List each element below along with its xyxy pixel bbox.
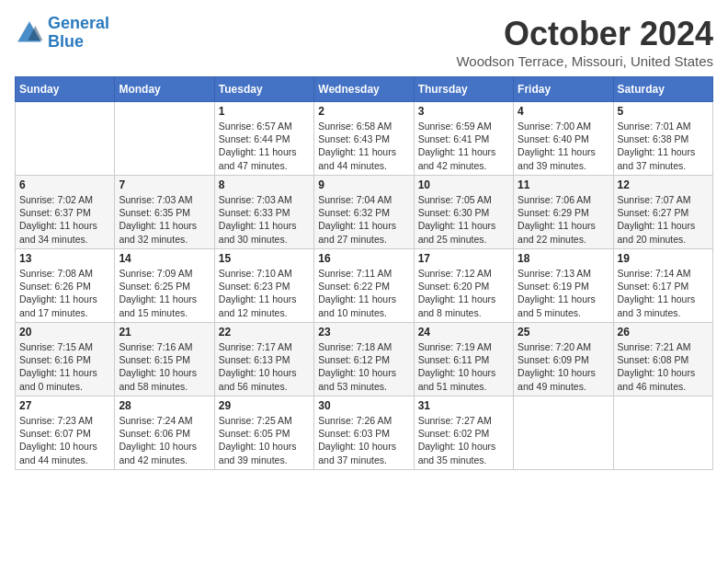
calendar-cell: 29Sunrise: 7:25 AMSunset: 6:05 PMDayligh… (214, 396, 313, 470)
calendar-cell: 17Sunrise: 7:12 AMSunset: 6:20 PMDayligh… (414, 249, 513, 323)
weekday-header: Monday (115, 77, 214, 102)
location: Woodson Terrace, Missouri, United States (456, 53, 713, 69)
calendar-cell: 10Sunrise: 7:05 AMSunset: 6:30 PMDayligh… (414, 176, 513, 249)
calendar-cell: 20Sunrise: 7:15 AMSunset: 6:16 PMDayligh… (16, 323, 115, 396)
month-title: October 2024 (456, 15, 713, 53)
calendar-cell: 27Sunrise: 7:23 AMSunset: 6:07 PMDayligh… (16, 396, 115, 470)
calendar-cell: 30Sunrise: 7:26 AMSunset: 6:03 PMDayligh… (314, 396, 414, 470)
day-number: 31 (418, 399, 509, 412)
calendar-cell (115, 102, 214, 176)
day-info: Sunrise: 7:24 AMSunset: 6:06 PMDaylight:… (119, 414, 210, 466)
calendar-cell: 9Sunrise: 7:04 AMSunset: 6:32 PMDaylight… (314, 176, 414, 249)
day-number: 20 (19, 326, 110, 339)
calendar-cell: 15Sunrise: 7:10 AMSunset: 6:23 PMDayligh… (214, 249, 313, 323)
logo-icon (15, 18, 44, 48)
day-info: Sunrise: 7:18 AMSunset: 6:12 PMDaylight:… (318, 340, 409, 393)
calendar-cell: 23Sunrise: 7:18 AMSunset: 6:12 PMDayligh… (314, 323, 414, 396)
day-info: Sunrise: 7:08 AMSunset: 6:26 PMDaylight:… (19, 267, 110, 319)
day-info: Sunrise: 7:03 AMSunset: 6:33 PMDaylight:… (219, 193, 310, 246)
day-info: Sunrise: 7:27 AMSunset: 6:02 PMDaylight:… (418, 414, 509, 466)
day-number: 24 (418, 326, 509, 339)
day-info: Sunrise: 6:59 AMSunset: 6:41 PMDaylight:… (418, 120, 509, 172)
day-number: 26 (618, 326, 709, 339)
weekday-header: Wednesday (314, 77, 414, 102)
day-info: Sunrise: 7:09 AMSunset: 6:25 PMDaylight:… (119, 267, 210, 319)
day-info: Sunrise: 7:10 AMSunset: 6:23 PMDaylight:… (219, 267, 310, 319)
day-info: Sunrise: 7:03 AMSunset: 6:35 PMDaylight:… (119, 193, 210, 246)
day-number: 15 (219, 252, 310, 265)
weekday-header: Sunday (16, 77, 115, 102)
day-number: 7 (119, 178, 210, 191)
calendar-cell: 19Sunrise: 7:14 AMSunset: 6:17 PMDayligh… (613, 249, 712, 323)
day-info: Sunrise: 7:25 AMSunset: 6:05 PMDaylight:… (219, 414, 310, 466)
weekday-header-row: SundayMondayTuesdayWednesdayThursdayFrid… (16, 77, 713, 102)
day-info: Sunrise: 7:13 AMSunset: 6:19 PMDaylight:… (518, 267, 609, 319)
day-info: Sunrise: 7:00 AMSunset: 6:40 PMDaylight:… (518, 120, 609, 172)
day-number: 3 (418, 105, 509, 118)
day-info: Sunrise: 7:06 AMSunset: 6:29 PMDaylight:… (518, 193, 609, 246)
calendar-cell (514, 396, 613, 470)
calendar-cell: 8Sunrise: 7:03 AMSunset: 6:33 PMDaylight… (214, 176, 313, 249)
day-number: 19 (618, 252, 709, 265)
day-number: 14 (119, 252, 210, 265)
calendar-cell: 4Sunrise: 7:00 AMSunset: 6:40 PMDaylight… (514, 102, 613, 176)
day-number: 1 (219, 105, 310, 118)
calendar-cell: 25Sunrise: 7:20 AMSunset: 6:09 PMDayligh… (514, 323, 613, 396)
calendar-cell: 11Sunrise: 7:06 AMSunset: 6:29 PMDayligh… (514, 176, 613, 249)
calendar-cell: 2Sunrise: 6:58 AMSunset: 6:43 PMDaylight… (314, 102, 414, 176)
day-info: Sunrise: 7:04 AMSunset: 6:32 PMDaylight:… (318, 193, 409, 246)
day-number: 22 (219, 326, 310, 339)
calendar-cell: 6Sunrise: 7:02 AMSunset: 6:37 PMDaylight… (16, 176, 115, 249)
logo-line1: General (48, 14, 109, 32)
day-number: 10 (418, 178, 509, 191)
day-number: 18 (518, 252, 609, 265)
day-number: 8 (219, 178, 310, 191)
logo-line2: Blue (48, 32, 84, 51)
calendar-cell: 5Sunrise: 7:01 AMSunset: 6:38 PMDaylight… (613, 102, 712, 176)
day-info: Sunrise: 7:02 AMSunset: 6:37 PMDaylight:… (19, 193, 110, 246)
day-number: 21 (119, 326, 210, 339)
day-info: Sunrise: 7:11 AMSunset: 6:22 PMDaylight:… (318, 267, 409, 319)
day-number: 27 (19, 399, 110, 412)
day-number: 23 (318, 326, 409, 339)
day-info: Sunrise: 7:12 AMSunset: 6:20 PMDaylight:… (418, 267, 509, 319)
calendar-cell: 7Sunrise: 7:03 AMSunset: 6:35 PMDaylight… (115, 176, 214, 249)
calendar-cell: 21Sunrise: 7:16 AMSunset: 6:15 PMDayligh… (115, 323, 214, 396)
calendar: SundayMondayTuesdayWednesdayThursdayFrid… (15, 76, 713, 470)
calendar-week-row: 1Sunrise: 6:57 AMSunset: 6:44 PMDaylight… (16, 102, 713, 176)
title-area: October 2024 Woodson Terrace, Missouri, … (456, 15, 713, 69)
day-number: 2 (318, 105, 409, 118)
calendar-week-row: 6Sunrise: 7:02 AMSunset: 6:37 PMDaylight… (16, 176, 713, 249)
calendar-cell: 28Sunrise: 7:24 AMSunset: 6:06 PMDayligh… (115, 396, 214, 470)
day-number: 29 (219, 399, 310, 412)
day-info: Sunrise: 7:23 AMSunset: 6:07 PMDaylight:… (19, 414, 110, 466)
day-info: Sunrise: 7:20 AMSunset: 6:09 PMDaylight:… (518, 340, 609, 393)
calendar-cell: 26Sunrise: 7:21 AMSunset: 6:08 PMDayligh… (613, 323, 712, 396)
calendar-cell: 16Sunrise: 7:11 AMSunset: 6:22 PMDayligh… (314, 249, 414, 323)
calendar-cell (16, 102, 115, 176)
day-info: Sunrise: 7:17 AMSunset: 6:13 PMDaylight:… (219, 340, 310, 393)
weekday-header: Thursday (414, 77, 513, 102)
calendar-cell: 24Sunrise: 7:19 AMSunset: 6:11 PMDayligh… (414, 323, 513, 396)
weekday-header: Friday (514, 77, 613, 102)
calendar-cell: 13Sunrise: 7:08 AMSunset: 6:26 PMDayligh… (16, 249, 115, 323)
day-info: Sunrise: 7:16 AMSunset: 6:15 PMDaylight:… (119, 340, 210, 393)
page-header: General Blue October 2024 Woodson Terrac… (15, 15, 713, 69)
calendar-cell (613, 396, 712, 470)
day-number: 4 (518, 105, 609, 118)
day-number: 30 (318, 399, 409, 412)
day-number: 6 (19, 178, 110, 191)
day-info: Sunrise: 6:57 AMSunset: 6:44 PMDaylight:… (219, 120, 310, 172)
day-number: 28 (119, 399, 210, 412)
day-number: 25 (518, 326, 609, 339)
calendar-cell: 31Sunrise: 7:27 AMSunset: 6:02 PMDayligh… (414, 396, 513, 470)
calendar-week-row: 20Sunrise: 7:15 AMSunset: 6:16 PMDayligh… (16, 323, 713, 396)
day-number: 17 (418, 252, 509, 265)
calendar-week-row: 27Sunrise: 7:23 AMSunset: 6:07 PMDayligh… (16, 396, 713, 470)
logo-text: General Blue (48, 15, 109, 52)
calendar-cell: 18Sunrise: 7:13 AMSunset: 6:19 PMDayligh… (514, 249, 613, 323)
weekday-header: Tuesday (214, 77, 313, 102)
calendar-cell: 22Sunrise: 7:17 AMSunset: 6:13 PMDayligh… (214, 323, 313, 396)
day-info: Sunrise: 7:15 AMSunset: 6:16 PMDaylight:… (19, 340, 110, 393)
day-info: Sunrise: 7:07 AMSunset: 6:27 PMDaylight:… (618, 193, 709, 246)
